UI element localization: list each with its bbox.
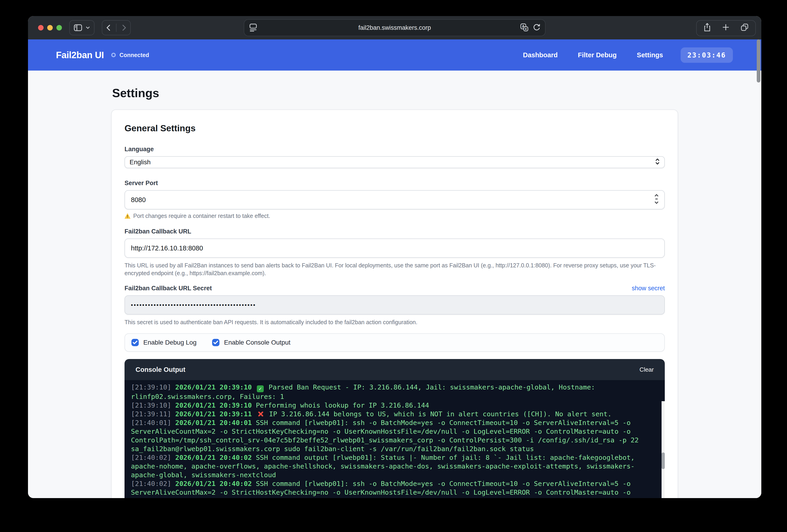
show-secret-link[interactable]: show secret [632,285,665,292]
callback-secret-input[interactable]: ••••••••••••••••••••••••••••••••••••••••… [125,295,665,315]
app-brand: Fail2ban UI [56,50,104,60]
connection-status: Connected [111,52,149,59]
enable-debug-log-checkbox[interactable] [131,339,139,346]
close-window-button[interactable] [38,25,44,30]
console-log-line: [21:40:02] 2026/01/21 20:40:02 SSH comma… [131,453,654,479]
chevron-down-icon [86,26,90,29]
app-navbar: Fail2ban UI Connected Dashboard Filter D… [28,39,761,71]
page-scrollbar-thumb[interactable] [757,39,760,83]
console-scrollbar-thumb[interactable] [662,452,665,469]
language-label: Language [125,145,665,153]
console-log: [21:39:10] 2026/01/21 20:39:10 ✓ Parsed … [131,383,654,498]
window-controls [38,25,62,30]
success-check-icon: ✓ [257,385,264,392]
navbar-clock: 23:03:46 [681,47,733,63]
port-warning-text: Port changes require a container restart… [133,213,270,219]
share-icon[interactable] [704,23,711,34]
nav-link-dashboard[interactable]: Dashboard [523,51,557,59]
console-scrollbar-track[interactable] [662,401,665,498]
callback-url-help: This URL is used by all Fail2Ban instanc… [125,261,665,277]
warning-icon: ! [125,213,130,219]
callback-url-value: http://172.16.10.18:8080 [131,244,203,252]
page-body: Settings General Settings Language Engli… [28,71,761,498]
server-port-input[interactable]: 8080 [125,190,665,209]
history-nav-group [102,20,131,35]
error-cross-icon [257,411,264,417]
console-log-line: [21:40:02] 2026/01/21 20:40:02 SSH comma… [131,479,654,498]
server-port-label: Server Port [125,179,665,187]
toolbar-right-group [696,20,756,36]
console-body: [21:39:10] 2026/01/21 20:39:10 ✓ Parsed … [125,380,665,498]
section-title: General Settings [125,123,665,134]
tab-overview-icon[interactable] [741,23,748,33]
enable-console-output-label[interactable]: Enable Console Output [224,339,291,346]
back-button[interactable] [106,24,110,31]
callback-url-label: Fail2ban Callback URL [125,227,665,235]
enable-debug-log-label[interactable]: Enable Debug Log [143,339,196,346]
callback-secret-masked: ••••••••••••••••••••••••••••••••••••••••… [131,302,256,308]
settings-card: General Settings Language English Server… [111,110,678,498]
sidebar-icon [74,24,82,31]
new-tab-icon[interactable] [722,24,729,32]
url-text: fail2ban.swissmakers.corp [358,24,431,31]
console-title: Console Output [135,366,185,374]
forward-button[interactable] [122,24,126,31]
console-log-line: [21:39:11] 2026/01/21 20:39:11 IP 3.216.… [131,409,654,418]
console-log-line: [21:40:01] 2026/01/21 20:40:01 SSH comma… [131,418,654,453]
reload-icon[interactable] [533,23,540,33]
translate-icon[interactable]: A ★ [519,23,529,34]
address-bar-actions: A ★ [519,23,540,34]
zoom-window-button[interactable] [57,25,62,30]
callback-secret-label: Fail2ban Callback URL Secret [125,284,212,292]
select-chevrons-icon [655,158,660,167]
nav-link-filter-debug[interactable]: Filter Debug [578,51,617,59]
sidebar-toggle-group[interactable] [69,20,94,35]
console-log-line: [21:39:10] 2026/01/21 20:39:10 Performin… [131,401,654,409]
status-label: Connected [120,52,149,59]
callback-secret-help: This secret is used to authenticate ban … [125,318,665,326]
console-panel: Console Output Clear [21:39:10] 2026/01/… [125,359,665,498]
address-bar[interactable]: fail2ban.swissmakers.corp A ★ [244,19,546,36]
browser-window: fail2ban.swissmakers.corp A ★ [28,16,761,498]
server-port-value: 8080 [131,196,146,204]
console-header: Console Output Clear [125,359,665,380]
status-dot-icon [111,53,116,57]
callback-url-input[interactable]: http://172.16.10.18:8080 [125,239,665,258]
svg-text:★: ★ [525,27,527,31]
nav-link-settings[interactable]: Settings [637,51,663,59]
enable-console-output-checkbox[interactable] [212,339,219,346]
console-log-line: [21:39:10] 2026/01/21 20:39:10 ✓ Parsed … [131,383,654,401]
divider [116,24,116,32]
minimize-window-button[interactable] [47,25,53,30]
debug-options-bar: Enable Debug Log Enable Console Output [125,333,665,352]
nav-links: Dashboard Filter Debug Settings [523,51,663,59]
number-stepper-icon[interactable] [654,193,659,207]
language-select[interactable]: English [125,156,665,168]
page-format-icon[interactable] [249,23,257,33]
console-clear-button[interactable]: Clear [640,366,654,373]
port-warning: ! Port changes require a container resta… [125,213,665,219]
browser-titlebar: fail2ban.swissmakers.corp A ★ [28,16,761,39]
page-title: Settings [112,86,678,101]
desktop: fail2ban.swissmakers.corp A ★ [0,0,787,532]
language-value: English [130,158,151,166]
